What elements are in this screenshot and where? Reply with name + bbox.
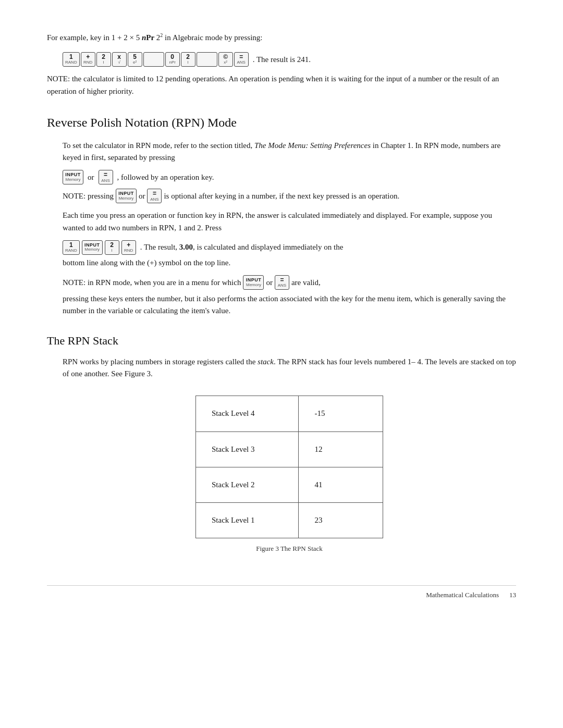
- stack-level-1-value: 23: [299, 503, 383, 538]
- rpn-para1: To set the calculator in RPN mode, refer…: [63, 140, 516, 164]
- result-text: . The result is 241.: [253, 54, 311, 66]
- rpn-heading: Reverse Polish Notation (RPN) Mode: [47, 113, 516, 132]
- key-plus: + RND: [81, 52, 95, 67]
- key-blank1: [143, 52, 164, 67]
- rpn-stack-heading: The RPN Stack: [47, 332, 516, 350]
- key-2b: 2 I: [181, 52, 195, 67]
- key-eq: © x²: [218, 52, 233, 67]
- stack-level-1-label: Stack Level 1: [196, 503, 299, 538]
- rpn-para2-cont: bottom line along with the (+) symbol on…: [63, 257, 516, 269]
- key-nPr-top: 0 nPr: [165, 52, 180, 67]
- footer-section: Mathematical Calculations: [426, 590, 499, 600]
- stack-level-4-label: Stack Level 4: [196, 396, 299, 431]
- stack-level-3-value: 12: [299, 431, 383, 467]
- table-row: Stack Level 2 41: [196, 467, 383, 502]
- key-input-1: INPUT Memory: [63, 170, 83, 184]
- page-content: For example, key in 1 + 2 × 5 nPr 22 in …: [47, 31, 516, 601]
- key-equals: = ANS: [234, 52, 249, 67]
- table-row: Stack Level 4 -15: [196, 396, 383, 431]
- footer-page-number: 13: [509, 590, 516, 600]
- figure-caption: Figure 3 The RPN Stack: [256, 544, 323, 554]
- note1: NOTE: the calculator is limited to 12 pe…: [47, 73, 516, 97]
- key-1: 1 RAND: [63, 52, 80, 67]
- key-1b: 1 RAND: [63, 240, 80, 255]
- stack-level-2-value: 41: [299, 467, 383, 502]
- key-2c: 2 I: [105, 240, 119, 255]
- key-equals-1: = ANS: [99, 170, 113, 184]
- note2: NOTE: pressing INPUT Memory or = ANS is …: [63, 189, 516, 203]
- note3: NOTE: in RPN mode, when you are in a men…: [63, 275, 516, 290]
- stack-table: Stack Level 4 -15 Stack Level 3 12 Stack…: [195, 396, 383, 538]
- key-5: 5 e²: [128, 52, 142, 67]
- stack-level-4-value: -15: [299, 396, 383, 431]
- key-input-3: INPUT Memory: [82, 240, 103, 255]
- or-text-1: or: [88, 171, 94, 183]
- intro-paragraph: For example, key in 1 + 2 × 5 nPr 22 in …: [47, 31, 516, 44]
- page-footer: Mathematical Calculations 13: [47, 585, 516, 600]
- rpn-para2: Each time you press an operation or func…: [63, 209, 516, 234]
- result-300-text: . The result, 3.00, is calculated and di…: [140, 241, 344, 253]
- followed-by-text: , followed by an operation key.: [117, 171, 214, 183]
- key-equals-2: = ANS: [147, 189, 162, 203]
- key-input-4: INPUT Memory: [243, 275, 264, 290]
- key-plus2: + RND: [121, 240, 136, 255]
- key-2a: 2 I: [96, 52, 111, 67]
- note3-cont: pressing these keys enters the number, b…: [63, 293, 516, 317]
- rpn-stack-para: RPN works by placing numbers in storage …: [63, 356, 516, 380]
- table-row: Stack Level 3 12: [196, 431, 383, 467]
- stack-level-2-label: Stack Level 2: [196, 467, 299, 502]
- key-blank2: [197, 52, 217, 67]
- key-equals-3: = ANS: [275, 275, 289, 290]
- stack-level-3-label: Stack Level 3: [196, 431, 299, 467]
- key-sequence-example: 1 RAND + RND 2 I x √ 5 e²: [63, 52, 249, 67]
- key-x: x √: [112, 52, 127, 67]
- stack-table-container: Stack Level 4 -15 Stack Level 3 12 Stack…: [63, 396, 516, 564]
- key-input-2: INPUT Memory: [116, 189, 137, 203]
- table-row: Stack Level 1 23: [196, 503, 383, 538]
